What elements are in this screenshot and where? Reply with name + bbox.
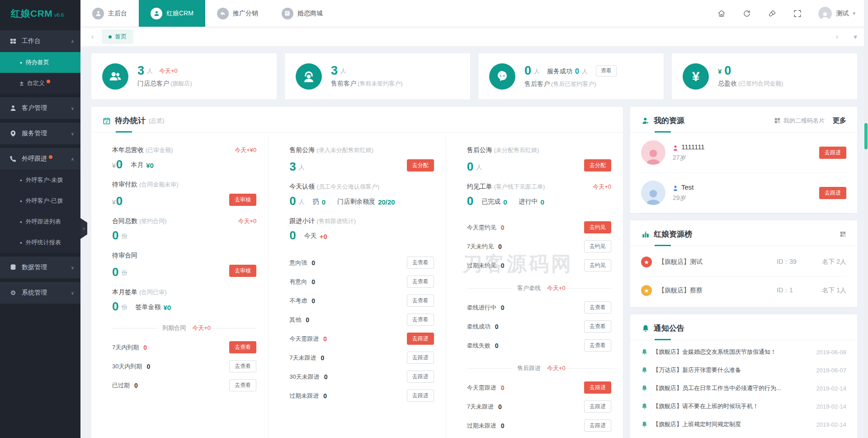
block-label: 约见工单 xyxy=(467,183,492,191)
stat-row-action-button[interactable]: 去跟进 xyxy=(407,371,434,383)
notice-list-item[interactable]: 【旗舰店】请不要在上班的时候玩手机！ 2019-02-14 xyxy=(630,397,857,415)
tags-scroll-left-icon[interactable]: ‹ xyxy=(90,33,95,41)
stat-row-action-button[interactable]: 去查看 xyxy=(229,379,256,391)
notice-list-item[interactable]: 【万达店】新店开张需要什么准备 2019-06-07 xyxy=(630,361,857,379)
sidebar-item-label: 数据管理 xyxy=(22,263,47,271)
stat-note: (售前未签约客户) xyxy=(358,80,403,87)
sidebar-sub-item[interactable]: ● 外呼跟进列表 xyxy=(0,211,80,232)
stat-note: (旗舰店) xyxy=(170,80,192,87)
stat-value: 3 xyxy=(137,65,144,76)
stat-value: 0 xyxy=(724,65,731,76)
todo-stat-row: 其他 0 去查看 xyxy=(289,314,434,326)
notice-list-item[interactable]: 【旗舰店】员工在日常工作当中必须遵守的行为... 2019-02-14 xyxy=(630,379,857,397)
bell-icon xyxy=(641,348,648,356)
assign-button[interactable]: 去分配 xyxy=(407,159,434,171)
ranking-row: ★ 【旗舰店】蔡蔡 ID：1 名下 1人 xyxy=(641,276,846,305)
sidebar-sub-item-label: 自定义 xyxy=(27,79,45,87)
resource-list-item: 1111111 27岁 去跟进 xyxy=(641,133,846,173)
review-button[interactable]: 去审核 xyxy=(229,194,256,206)
stat-row-action-button[interactable]: 去跟进 xyxy=(407,390,434,402)
sidebar-item-callout[interactable]: 外呼跟进 ∧ xyxy=(0,148,80,170)
stat-row-action-button[interactable]: 去查看 xyxy=(407,276,434,288)
fullscreen-icon[interactable] xyxy=(793,9,802,18)
stat-row-value: 0 xyxy=(498,243,502,250)
user-menu[interactable]: 测试 ▾ xyxy=(818,7,855,20)
clear-cache-icon[interactable] xyxy=(768,9,777,18)
stat-value: 0 xyxy=(524,65,531,76)
nav-tab-main-admin[interactable]: 主后台 xyxy=(80,0,139,27)
todo-stat-row: 7天未跟进 0 去跟进 xyxy=(289,352,434,364)
stat-row-label: 牵线成功 xyxy=(467,323,491,331)
todo-stat-row: 意向强 0 去查看 xyxy=(289,257,434,269)
block-value: 0 xyxy=(289,230,296,240)
stat-row-action-button[interactable]: 去约见 xyxy=(584,221,611,233)
sidebar-sub-item[interactable]: ● 外呼统计报表 xyxy=(0,232,80,253)
refresh-icon[interactable] xyxy=(742,9,751,18)
stat-row-action-button[interactable]: 去查看 xyxy=(407,314,434,326)
nav-tab-crm[interactable]: 红娘CRM xyxy=(139,0,205,27)
matchmaker-circle-icon xyxy=(151,8,162,19)
home-icon[interactable] xyxy=(717,9,726,18)
notice-list-item[interactable]: 【旗舰店】上班规定时间规定制度 2019-02-14 xyxy=(630,415,857,433)
qr-code-icon[interactable] xyxy=(840,231,846,238)
page-scrollbar[interactable] xyxy=(864,0,868,438)
sidebar-item-todo-home[interactable]: ● 待办首页 xyxy=(0,52,80,73)
qr-code-icon[interactable] xyxy=(774,117,781,124)
nav-tab-promotion[interactable]: 推广分销 xyxy=(205,0,270,27)
stat-row-action-button[interactable]: 去跟进 xyxy=(584,419,611,432)
stat-row-action-button[interactable]: 去查看 xyxy=(229,360,256,372)
stat-row-action-button[interactable]: 去跟进 xyxy=(584,381,611,394)
sidebar-item-customer-mgmt[interactable]: 客户管理 ∨ xyxy=(0,97,80,119)
bell-icon xyxy=(641,324,650,333)
stat-row-action-button[interactable]: 去查看 xyxy=(407,295,434,307)
stat-row-action-button[interactable]: 去查看 xyxy=(407,257,434,269)
stat-row-action-button[interactable]: 去跟进 xyxy=(407,352,434,364)
more-link[interactable]: 更多 xyxy=(833,116,846,125)
qr-card-label[interactable]: 我的二维码名片 xyxy=(783,117,825,125)
notice-list-item[interactable]: 【旗舰店】金媒婚恋交友系统国庆节放假通知！ 2019-06-08 xyxy=(630,343,857,361)
bell-icon xyxy=(641,421,648,428)
caret-down-icon: ▾ xyxy=(853,10,855,16)
stat-row-value: 0 xyxy=(323,335,327,343)
stat-row-action-button[interactable]: 去查看 xyxy=(584,301,611,314)
follow-up-button[interactable]: 去跟进 xyxy=(819,147,846,159)
block-note: (客户线下见面工单) xyxy=(494,183,545,191)
stat-unit: 人 xyxy=(147,67,153,76)
sidebar-item-data-mgmt[interactable]: 数据管理 ∨ xyxy=(0,257,80,278)
sidebar-item-workbench[interactable]: 工作台 ∧ xyxy=(0,30,80,52)
tags-menu-icon[interactable]: ▾ xyxy=(852,33,859,41)
sidebar-item-custom[interactable]: ± 自定义 xyxy=(0,73,80,94)
view-button[interactable]: 查看 xyxy=(596,65,617,76)
stat-row-label: 过期未跟进 xyxy=(289,392,319,400)
block-value: 0 xyxy=(467,162,473,171)
stat-row-action-button[interactable]: 去查看 xyxy=(584,320,611,333)
tags-scroll-right-icon[interactable]: › xyxy=(834,33,840,41)
stat-row-action-button[interactable]: 去查看 xyxy=(229,341,256,353)
stat-row-action-button[interactable]: 去约见 xyxy=(584,259,611,271)
tag-home[interactable]: 首页 xyxy=(102,29,133,44)
sidebar-item-system-mgmt[interactable]: ⚙ 系统管理 ∨ xyxy=(0,282,80,304)
sidebar-item-service-mgmt[interactable]: 服务管理 ∨ xyxy=(0,123,80,144)
stat-row-label: 有意向 xyxy=(289,278,307,286)
sidebar-sub-item-label: 外呼客户-已拨 xyxy=(26,197,63,205)
nav-tab-mall[interactable]: 婚恋商城 xyxy=(270,0,335,27)
scrollbar-thumb[interactable] xyxy=(864,123,868,149)
stat-row-action-button[interactable]: 去约见 xyxy=(584,240,611,252)
block-value: 0 xyxy=(116,196,123,206)
todo-stat-row: 已过期 0 去查看 xyxy=(112,379,256,391)
assign-button[interactable]: 去分配 xyxy=(584,159,611,171)
sidebar-nav: 工作台 ∧ ● 待办首页 ± 自定义 客户管理 ∨ xyxy=(0,30,80,304)
stat-row-value: 0 xyxy=(495,342,499,349)
nav-tab-label: 推广分销 xyxy=(233,10,258,18)
follow-up-button[interactable]: 去跟进 xyxy=(819,187,846,199)
review-button[interactable]: 去审核 xyxy=(229,265,256,277)
stat-row-value: 0 xyxy=(146,363,150,370)
stat-row-action-button[interactable]: 去跟进 xyxy=(407,333,434,345)
todo-stat-row: 今天需约见 0 去约见 xyxy=(467,221,611,233)
sidebar-sub-item[interactable]: ● 外呼客户-已拨 xyxy=(0,190,80,211)
stat-row-action-button[interactable]: 去跟进 xyxy=(584,400,611,413)
todo-stat-row: 30天内到期 0 去查看 xyxy=(112,360,256,372)
sidebar-sub-item[interactable]: ● 外呼客户-未拨 xyxy=(0,170,80,190)
stat-row-label: 过期未约见 xyxy=(467,262,496,270)
stat-row-action-button[interactable]: 去查看 xyxy=(584,339,611,352)
